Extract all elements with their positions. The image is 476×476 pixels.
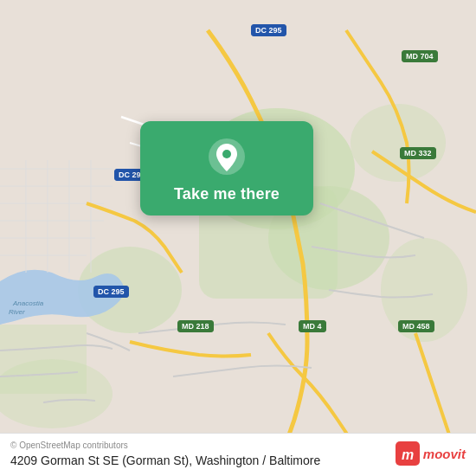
road-badge-md332: MD 332	[400, 147, 436, 159]
take-me-card[interactable]: Take me there	[140, 121, 313, 215]
moovit-logo: m moovit	[396, 441, 466, 466]
svg-text:m: m	[402, 447, 414, 462]
road-badge-md704: MD 704	[402, 50, 438, 62]
take-me-label: Take me there	[174, 185, 280, 203]
map-background: Anacostia River	[0, 0, 476, 476]
road-badge-dc295-bot: DC 295	[93, 286, 129, 298]
moovit-text: moovit	[423, 447, 466, 461]
svg-text:River: River	[9, 308, 25, 316]
svg-point-22	[222, 150, 231, 158]
attribution-text: © OpenStreetMap contributors	[10, 441, 128, 450]
road-badge-md218: MD 218	[177, 320, 214, 332]
moovit-icon: m	[396, 441, 420, 466]
map-container: Anacostia River	[0, 0, 476, 476]
road-badge-md458: MD 458	[398, 320, 434, 332]
svg-text:Anacostia: Anacostia	[12, 299, 44, 307]
road-badge-dc295-top: DC 295	[251, 24, 286, 36]
location-pin-icon	[207, 137, 247, 177]
road-badge-md4: MD 4	[299, 320, 326, 332]
